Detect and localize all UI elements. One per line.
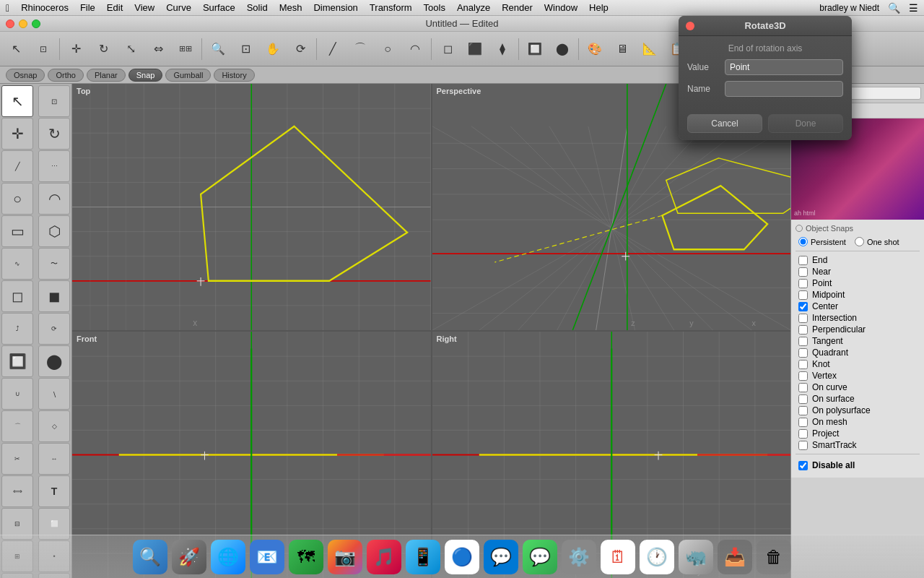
done-button[interactable]: Done [768,114,843,133]
dock-trash[interactable]: 🗑 [757,540,791,574]
minimize-button[interactable] [19,20,27,28]
menu-analyze[interactable]: Analyze [457,2,490,13]
dock-photos[interactable]: 📷 [328,540,362,574]
curve-tool[interactable]: ⌒ [347,36,373,62]
history-toggle[interactable]: History [214,69,254,82]
extend-tool[interactable]: ↔ [38,443,70,475]
menu-rhinoceros[interactable]: Rhinoceros [21,2,69,13]
ortho-toggle[interactable]: Ortho [48,69,84,82]
menu-window[interactable]: Window [544,2,578,13]
snap-tangent[interactable]: Tangent [796,335,920,347]
snap-point[interactable]: Point [796,277,920,289]
maximize-button[interactable] [32,20,40,28]
snap-vertex[interactable]: Vertex [796,370,920,381]
pan-tool[interactable]: ✋ [260,36,286,62]
dock-finder[interactable]: 🔍 [133,540,167,574]
close-button[interactable] [6,20,14,28]
surface-tool[interactable]: ◻ [1,280,33,312]
move-objects-tool[interactable]: ✛ [1,118,33,150]
freeform-curve-tool[interactable]: 〜 [38,248,70,280]
surface-from-curves-tool[interactable]: ◻ [435,36,461,62]
cancel-button[interactable]: Cancel [687,114,762,133]
menu-dimension[interactable]: Dimension [313,2,357,13]
value-input[interactable] [725,59,843,75]
arc-tool[interactable]: ◠ [402,36,428,62]
menu-help[interactable]: Help [589,2,609,13]
fillet-tool[interactable]: ⌒ [1,410,33,442]
box-tool[interactable]: 🔲 [522,36,548,62]
extrude-crv-tool[interactable]: ⤴ [1,313,33,345]
polyline-tool[interactable]: ⋯ [38,150,70,182]
snap-on-surface[interactable]: On surface [796,393,920,405]
dock-system-prefs[interactable]: ⚙️ [562,540,596,574]
apple-menu[interactable]:  [6,2,9,14]
menu-tools[interactable]: Tools [424,2,445,13]
gumball-toggle[interactable]: Gumball [165,69,211,82]
boolean-diff-tool[interactable]: ∖ [38,378,70,410]
snap-midpoint[interactable]: Midpoint [796,289,920,301]
revolve-tool[interactable]: ⟳ [38,313,70,345]
dock-chrome[interactable]: 🔵 [445,540,479,574]
menu-render[interactable]: Render [502,2,533,13]
menu-edit[interactable]: Edit [107,2,123,13]
line-draw-tool[interactable]: ╱ [1,150,33,182]
sphere-tool[interactable]: ⬤ [549,36,575,62]
snap-on-mesh[interactable]: On mesh [796,416,920,428]
sphere-solid-tool[interactable]: ⬤ [38,345,70,377]
trim-tool[interactable]: ✂ [1,443,33,475]
dock-calendar[interactable]: 🗓 [601,540,635,574]
display-mode-tool[interactable]: 🎨 [582,36,608,62]
arc-draw-tool[interactable]: ◠ [38,183,70,215]
circle-draw-tool[interactable]: ○ [1,183,33,215]
dock-launchpad[interactable]: 🚀 [172,540,206,574]
dock-mail[interactable]: 📧 [250,540,284,574]
dock-downloads[interactable]: 📥 [718,540,752,574]
snap-intersection[interactable]: Intersection [796,312,920,324]
menu-transform[interactable]: Transform [370,2,412,13]
zoom-window-tool[interactable]: 🔍 [205,36,231,62]
chamfer-tool[interactable]: ◇ [38,410,70,442]
menu-solid[interactable]: Solid [247,2,268,13]
snap-project[interactable]: Project [796,428,920,439]
menu-mesh[interactable]: Mesh [279,2,302,13]
snap-toggle[interactable]: Snap [128,69,163,82]
viewport-options-tool[interactable]: 🖥 [609,36,635,62]
loft-tool[interactable]: ⧫ [489,36,515,62]
disable-all-option[interactable]: Disable all [796,457,920,473]
dock-appstore[interactable]: 📱 [406,540,440,574]
box-solid-tool[interactable]: 🔲 [1,345,33,377]
name-input[interactable] [725,81,843,97]
search-icon[interactable]: 🔍 [888,2,900,14]
snap-knot[interactable]: Knot [796,358,920,370]
osnap-toggle[interactable]: Osnap [6,69,45,82]
rotate-tool[interactable]: ↻ [90,36,116,62]
orbit-tool[interactable]: ⟳ [287,36,313,62]
menu-extras-icon[interactable]: ☰ [909,2,918,14]
select-tool[interactable]: ↖ [3,36,29,62]
snap-on-polysurface[interactable]: On polysurface [796,405,920,416]
oneshot-radio[interactable]: One shot [855,237,899,246]
snap-quadrant[interactable]: Quadrant [796,347,920,358]
menu-view[interactable]: View [134,2,154,13]
text-tool[interactable]: T [38,475,70,507]
snap-near[interactable]: Near [796,266,920,277]
plane-tool[interactable]: ◼ [38,280,70,312]
polygon-tool[interactable]: ⬡ [38,215,70,247]
scale-tool[interactable]: ⤡ [118,36,144,62]
array-tool[interactable]: ⊞⊞ [173,36,199,62]
snap-on-curve[interactable]: On curve [796,381,920,393]
snap-end[interactable]: End [796,254,920,266]
menu-curve[interactable]: Curve [166,2,191,13]
menu-file[interactable]: File [80,2,95,13]
boolean-union-tool[interactable]: ∪ [1,378,33,410]
osnap-tool[interactable]: 📐 [637,36,663,62]
rectangle-tool[interactable]: ▭ [1,215,33,247]
snap-smarttrack[interactable]: SmartTrack [796,439,920,451]
snap-center[interactable]: Center [796,301,920,312]
persistent-radio[interactable]: Persistent [798,237,846,246]
dock-safari[interactable]: 🌐 [211,540,245,574]
extrude-tool[interactable]: ⬛ [462,36,488,62]
mirror-tool[interactable]: ⇔ [145,36,171,62]
dock-skype[interactable]: 💬 [484,540,518,574]
menu-surface[interactable]: Surface [203,2,235,13]
